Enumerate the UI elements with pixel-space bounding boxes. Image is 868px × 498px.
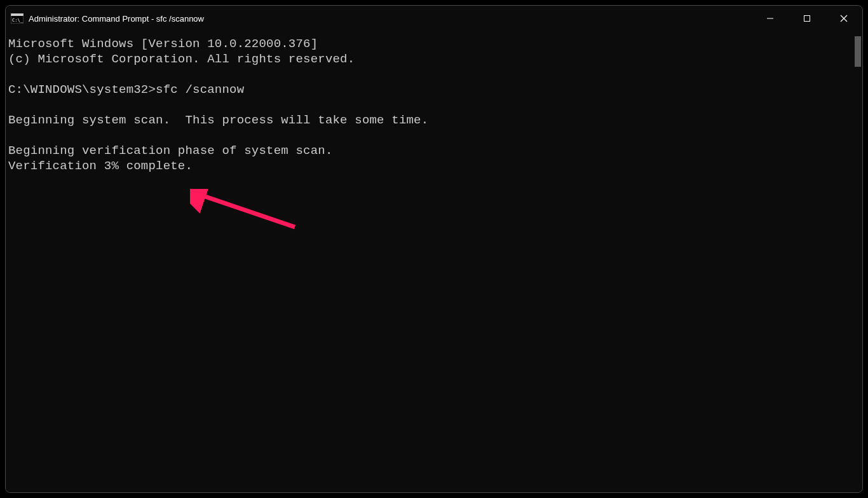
terminal-body[interactable]: Microsoft Windows [Version 10.0.22000.37… — [6, 31, 862, 492]
svg-text:C:\_: C:\_ — [12, 18, 24, 23]
maximize-button[interactable] — [789, 6, 825, 31]
minimize-button[interactable] — [752, 6, 789, 31]
svg-line-9 — [201, 195, 295, 227]
close-button[interactable] — [825, 6, 862, 31]
prompt-line: C:\WINDOWS\system32>sfc /scannow — [8, 83, 244, 97]
vertical-scrollbar[interactable] — [855, 36, 861, 67]
output-line: Beginning system scan. This process will… — [8, 113, 428, 127]
terminal-output: Microsoft Windows [Version 10.0.22000.37… — [8, 36, 862, 174]
output-line: Verification 3% complete. — [8, 159, 193, 173]
svg-rect-5 — [804, 16, 810, 22]
svg-rect-0 — [11, 13, 24, 16]
command-prompt-window: C:\_ Administrator: Command Prompt - sfc… — [5, 5, 863, 493]
output-line: (c) Microsoft Corporation. All rights re… — [8, 52, 355, 66]
cmd-icon: C:\_ — [11, 13, 24, 24]
output-line: Beginning verification phase of system s… — [8, 144, 332, 158]
titlebar[interactable]: C:\_ Administrator: Command Prompt - sfc… — [6, 6, 862, 31]
annotation-arrow-icon — [190, 189, 304, 236]
output-line: Microsoft Windows [Version 10.0.22000.37… — [8, 37, 318, 51]
window-title: Administrator: Command Prompt - sfc /sca… — [29, 14, 752, 24]
window-controls — [752, 6, 862, 31]
